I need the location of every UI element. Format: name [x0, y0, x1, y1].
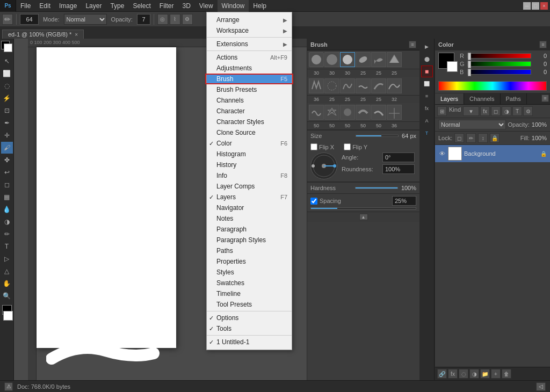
layers-panel-menu[interactable]: ≡ — [541, 95, 549, 102]
menu-info[interactable]: Info F8 — [207, 170, 292, 181]
new-group-btn[interactable]: 📁 — [480, 369, 490, 379]
red-slider[interactable] — [467, 53, 531, 59]
flip-x-checkbox[interactable] — [310, 143, 317, 150]
menu-histogram[interactable]: Histogram — [207, 149, 292, 159]
mini-tool-6[interactable]: fx — [421, 103, 433, 114]
menu-actions[interactable]: Actions Alt+F9 — [207, 52, 292, 63]
menu-paths[interactable]: Paths — [207, 245, 292, 256]
link-layers-btn[interactable]: 🔗 — [437, 369, 447, 379]
path-select-tool[interactable]: ▷ — [1, 253, 13, 265]
spacing-slider[interactable] — [310, 207, 416, 209]
menu-swatches[interactable]: Swatches — [207, 278, 292, 288]
delete-layer-btn[interactable]: 🗑 — [502, 369, 511, 379]
adjustment-layer-btn[interactable]: ◑ — [469, 369, 479, 379]
lock-transparency[interactable]: ◻ — [454, 133, 464, 143]
layer-visibility-toggle[interactable]: 👁 — [438, 150, 446, 157]
eyedropper-tool[interactable]: ✒ — [1, 117, 13, 129]
brush-scroll-up[interactable]: ▲ — [359, 214, 368, 220]
color-panel-menu[interactable]: ≡ — [539, 41, 547, 48]
brush-preset-8[interactable] — [324, 78, 339, 93]
close-button[interactable]: × — [540, 2, 548, 10]
dodge-tool[interactable]: ◑ — [1, 216, 13, 228]
lock-all[interactable]: 🔒 — [490, 133, 500, 143]
green-slider[interactable] — [467, 61, 531, 67]
blue-slider[interactable] — [467, 69, 531, 75]
maximize-button[interactable]: □ — [532, 2, 539, 10]
background-color-swatch[interactable] — [3, 311, 13, 321]
size-slider[interactable] — [356, 135, 399, 137]
mini-tool-1[interactable]: ▶ — [421, 41, 433, 53]
quick-select-tool[interactable]: ⚡ — [1, 92, 13, 104]
hand-tool[interactable]: ✋ — [1, 278, 13, 289]
mini-tool-3-highlighted[interactable]: ◼ — [421, 66, 433, 77]
menu-layer[interactable]: Layer — [81, 0, 106, 12]
mini-tool-7[interactable]: A — [421, 115, 433, 127]
heal-tool[interactable]: ✛ — [1, 129, 13, 141]
minimize-button[interactable]: ─ — [523, 2, 531, 10]
layer-kind-select[interactable]: ▼ — [463, 106, 479, 116]
document-tab[interactable]: ed-1 @ 100% (RGB/8) * × — [2, 30, 84, 39]
move-tool[interactable]: ↖ — [1, 55, 13, 67]
menu-channels[interactable]: Channels — [207, 95, 292, 106]
menu-type[interactable]: Type — [106, 0, 128, 12]
menu-extensions[interactable]: Extensions ▶ — [207, 39, 292, 49]
brush-preset-18[interactable] — [387, 105, 402, 120]
menu-tools[interactable]: Tools — [207, 323, 292, 334]
brush-size-input[interactable] — [20, 14, 39, 25]
airbrush-icon[interactable]: ◎ — [157, 14, 168, 25]
lock-position[interactable]: ↕ — [478, 133, 488, 143]
blend-mode-select[interactable]: Normal — [438, 120, 506, 129]
menu-notes[interactable]: Notes — [207, 213, 292, 224]
menu-window[interactable]: Window — [218, 0, 249, 12]
lasso-tool[interactable]: ◌ — [1, 80, 13, 92]
color-swatch-area[interactable] — [1, 41, 13, 53]
brush-tool[interactable]: 🖌 — [1, 142, 13, 154]
layer-pixel-btn[interactable]: ◻ — [491, 106, 501, 116]
flip-x-check[interactable]: Flip X — [310, 143, 334, 150]
menu-properties[interactable]: Properties — [207, 256, 292, 267]
menu-view[interactable]: View — [195, 0, 218, 12]
document-canvas[interactable] — [37, 47, 176, 348]
menu-brush[interactable]: Brush F5 — [207, 74, 292, 84]
brush-preset-14[interactable] — [324, 105, 339, 120]
menu-paragraph[interactable]: Paragraph — [207, 224, 292, 235]
menu-help[interactable]: Help — [249, 0, 271, 12]
brush-preset-10[interactable] — [356, 78, 371, 93]
menu-filter[interactable]: Filter — [155, 0, 178, 12]
menu-character[interactable]: Character — [207, 106, 292, 117]
menu-paragraph-styles[interactable]: Paragraph Styles — [207, 235, 292, 245]
pen-tool[interactable]: ✏ — [1, 228, 13, 240]
brush-preset-16[interactable] — [356, 105, 371, 120]
color-spectrum[interactable] — [438, 81, 547, 91]
status-icon[interactable]: ⚠ — [4, 382, 13, 391]
brush-preset-17[interactable] — [371, 105, 386, 120]
add-mask-btn[interactable]: ◌ — [459, 369, 468, 379]
background-swatch[interactable] — [447, 61, 458, 72]
menu-adjustments[interactable]: Adjustments — [207, 63, 292, 74]
menu-edit[interactable]: Edit — [35, 0, 55, 12]
menu-select[interactable]: Select — [128, 0, 155, 12]
menu-timeline[interactable]: Timeline — [207, 288, 292, 299]
shape-tool[interactable]: △ — [1, 265, 13, 277]
spacing-input[interactable] — [392, 196, 416, 206]
menu-layers[interactable]: Layers F7 — [207, 192, 292, 202]
brush-panel-menu[interactable]: ≡ — [409, 41, 416, 48]
nav-left-btn[interactable]: ◁ — [536, 382, 546, 391]
settings-icon[interactable]: ⚙ — [182, 14, 193, 25]
menu-brush-presets[interactable]: Brush Presets — [207, 84, 292, 95]
brush-preset-3[interactable] — [340, 52, 355, 67]
brush-preset-4[interactable] — [356, 52, 371, 67]
tab-paths[interactable]: Paths — [501, 93, 527, 104]
tab-close-button[interactable]: × — [75, 32, 78, 38]
zoom-tool[interactable]: 🔍 — [1, 290, 13, 302]
hardness-slider[interactable] — [355, 187, 397, 189]
crop-tool[interactable]: ⊡ — [1, 105, 13, 117]
brush-preset-5[interactable] — [371, 52, 386, 67]
layer-type-btn[interactable]: T — [512, 106, 522, 116]
brush-preset-6[interactable] — [387, 52, 402, 67]
menu-workspace[interactable]: Workspace ▶ — [207, 25, 292, 36]
marquee-tool[interactable]: ⬜ — [1, 68, 13, 79]
brush-preset-2[interactable] — [324, 52, 339, 67]
menu-layer-comps[interactable]: Layer Comps — [207, 181, 292, 192]
menu-untitled-1[interactable]: 1 Untitled-1 — [207, 337, 292, 347]
